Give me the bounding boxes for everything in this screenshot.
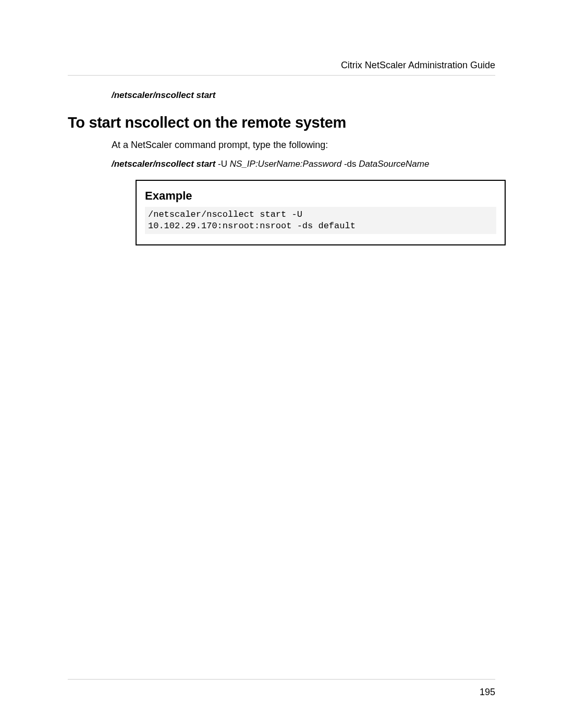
footer-rule [68, 679, 495, 680]
example-code: /netscaler/nscollect start -U 10.102.29.… [145, 207, 496, 234]
header-rule [68, 75, 495, 76]
syntax-line: /netscaler/nscollect start -U NS_IP:User… [112, 159, 495, 169]
syntax-cmd: /netscaler/nscollect start [112, 159, 215, 169]
header-title: Citrix NetScaler Administration Guide [68, 60, 495, 71]
first-command: /netscaler/nscollect start [112, 90, 495, 101]
syntax-arg1: NS_IP:UserName:Password [230, 159, 341, 169]
syntax-flag2: -ds [341, 159, 359, 169]
example-heading: Example [145, 189, 496, 203]
content-block: /netscaler/nscollect start [68, 90, 495, 101]
document-page: Citrix NetScaler Administration Guide /n… [0, 0, 563, 728]
section-body: At a NetScaler command prompt, type the … [68, 140, 495, 169]
syntax-arg2: DataSourceName [359, 159, 429, 169]
intro-text: At a NetScaler command prompt, type the … [112, 140, 495, 151]
syntax-flag1: -U [215, 159, 229, 169]
section-heading: To start nscollect on the remote system [68, 114, 495, 131]
example-box: Example /netscaler/nscollect start -U 10… [136, 180, 506, 245]
footer: 195 [68, 679, 495, 698]
page-number: 195 [68, 687, 495, 698]
